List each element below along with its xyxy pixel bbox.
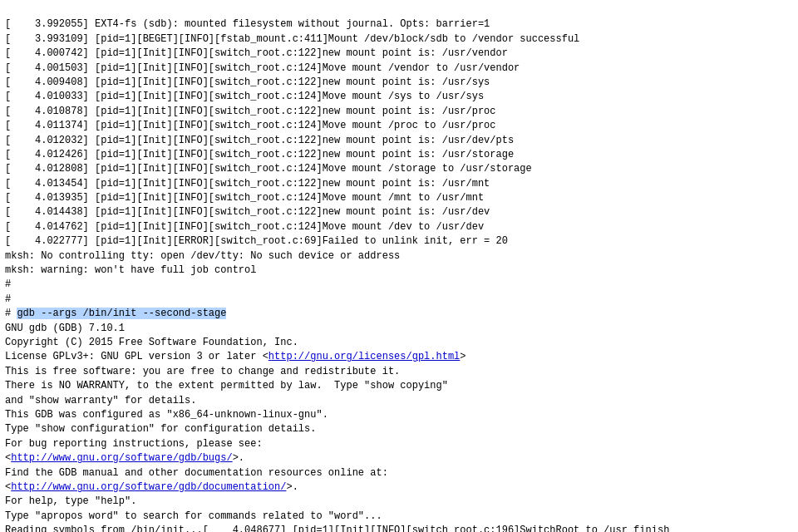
terminal-line: <http://www.gnu.org/software/gdb/documen… (5, 480, 793, 495)
bugs-link[interactable]: http://www.gnu.org/software/gdb/bugs/ (11, 452, 232, 464)
terminal-output: [ 3.992055] EXT4-fs (sdb): mounted files… (0, 0, 798, 532)
terminal-line: Type "apropos word" to search for comman… (5, 510, 793, 524)
terminal-line: # (5, 293, 793, 307)
terminal-line: [ 4.010878] [pid=1][Init][INFO][switch_r… (5, 105, 793, 119)
terminal-line: mksh: warning: won't have full job contr… (5, 264, 793, 278)
terminal-line: [ 4.011374] [pid=1][Init][INFO][switch_r… (5, 119, 793, 133)
terminal-line: [ 4.014762] [pid=1][Init][INFO][switch_r… (5, 220, 793, 234)
terminal-line: [ 4.014438] [pid=1][Init][INFO][switch_r… (5, 205, 793, 219)
terminal-line: [ 4.022777] [pid=1][Init][ERROR][switch_… (5, 234, 793, 249)
terminal-line: [ 4.012808] [pid=1][Init][INFO][switch_r… (5, 162, 793, 176)
docs-link[interactable]: http://www.gnu.org/software/gdb/document… (11, 481, 286, 493)
terminal-line: Find the GDB manual and other documentat… (5, 466, 793, 480)
terminal-line: [ 4.013454] [pid=1][Init][INFO][switch_r… (5, 177, 793, 191)
terminal-line: [ 4.012032] [pid=1][Init][INFO][switch_r… (5, 134, 793, 148)
terminal-line: There is NO WARRANTY, to the extent perm… (5, 379, 793, 393)
terminal-line: [ 4.009408] [pid=1][Init][INFO][switch_r… (5, 76, 793, 90)
terminal-line: This is free software: you are free to c… (5, 365, 793, 379)
terminal-line: and "show warranty" for details. (5, 394, 793, 408)
terminal-line: GNU gdb (GDB) 7.10.1 (5, 322, 793, 336)
terminal-line: <http://www.gnu.org/software/gdb/bugs/>. (5, 451, 793, 466)
terminal-line: This GDB was configured as "x86_64-unkno… (5, 408, 793, 422)
terminal-line: [ 4.013935] [pid=1][Init][INFO][switch_r… (5, 191, 793, 205)
terminal-line: [ 4.012426] [pid=1][Init][INFO][switch_r… (5, 148, 793, 162)
terminal-line: For help, type "help". (5, 495, 793, 509)
terminal-line: # gdb --args /bin/init --second-stage (5, 307, 793, 321)
terminal-line: [ 3.993109] [pid=1][BEGET][INFO][fstab_m… (5, 32, 793, 47)
terminal-line: [ 4.000742] [pid=1][Init][INFO][switch_r… (5, 47, 793, 61)
terminal-line: [ 4.001503] [pid=1][Init][INFO][switch_r… (5, 62, 793, 76)
terminal-line: [ 3.992055] EXT4-fs (sdb): mounted files… (5, 17, 793, 32)
terminal-line: mksh: No controlling tty: open /dev/tty:… (5, 249, 793, 264)
terminal-line: Copyright (C) 2015 Free Software Foundat… (5, 336, 793, 350)
command-highlight: gdb --args /bin/init --second-stage (17, 308, 226, 319)
gpl-link[interactable]: http://gnu.org/licenses/gpl.html (268, 351, 460, 362)
terminal-line: # (5, 278, 793, 292)
terminal-line: [ 4.010033] [pid=1][Init][INFO][switch_r… (5, 90, 793, 104)
terminal-line: For bug reporting instructions, please s… (5, 437, 793, 451)
terminal-line: Type "show configuration" for configurat… (5, 422, 793, 436)
terminal-line: Reading symbols from /bin/init...[ 4.048… (5, 524, 793, 532)
terminal-line: License GPLv3+: GNU GPL version 3 or lat… (5, 350, 793, 364)
